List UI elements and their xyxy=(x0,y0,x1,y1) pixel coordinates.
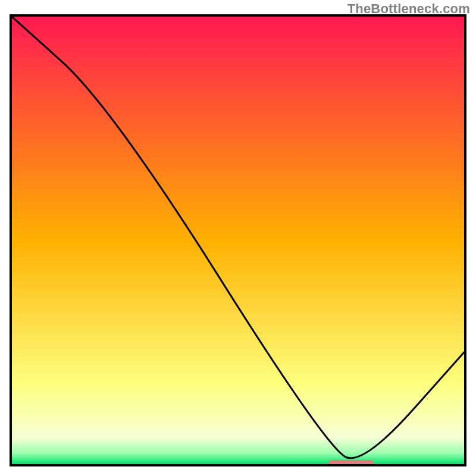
chart-container: TheBottleneck.com xyxy=(0,0,476,476)
chart-svg xyxy=(12,17,464,464)
optimal-range-marker xyxy=(328,460,374,464)
gradient-background xyxy=(12,17,464,464)
watermark-text: TheBottleneck.com xyxy=(347,1,470,17)
plot-area xyxy=(10,14,466,466)
